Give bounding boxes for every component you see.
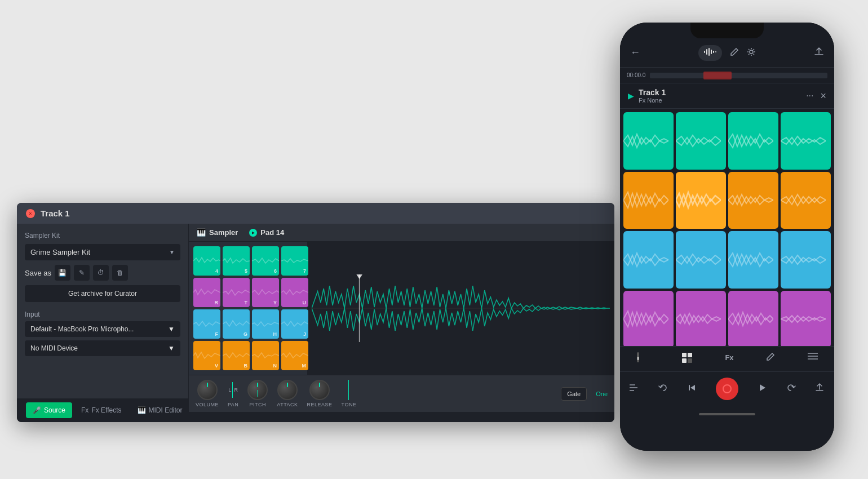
pad-J[interactable]: J	[281, 309, 308, 339]
delete-icon-button[interactable]: 🗑	[112, 265, 128, 281]
pad-N[interactable]: N	[252, 341, 279, 370]
tab-source[interactable]: 🎤 Source	[26, 402, 72, 418]
phone-pad-teal-3[interactable]	[728, 112, 778, 170]
phone-pad-teal-4[interactable]	[781, 112, 831, 170]
pitch-knob[interactable]	[247, 380, 268, 400]
attack-knob[interactable]	[277, 380, 298, 400]
phone-pad-grid	[620, 109, 834, 351]
gate-button[interactable]: Gate	[561, 387, 587, 401]
phone-pad-orange-3[interactable]	[728, 172, 778, 229]
sampler-header: 🎹 Sampler ▶ Pad 14	[189, 224, 614, 242]
archive-button[interactable]: Get archive for Curator	[25, 285, 180, 302]
pad-B[interactable]: B	[223, 341, 250, 370]
svg-rect-14	[688, 353, 692, 357]
phone-pad-orange-1[interactable]	[623, 172, 674, 229]
save-as-label: Save as	[25, 269, 51, 277]
piano-icon: 🎹	[138, 406, 146, 414]
save-icon-button[interactable]: 💾	[55, 265, 70, 281]
tab-fx-effects[interactable]: Fx Fx Effects	[74, 402, 128, 418]
phone-toolbar-icons	[698, 45, 756, 61]
phone-nav-mix-icon[interactable]	[636, 352, 649, 366]
phone-pad-blue-3[interactable]	[728, 231, 778, 289]
tone-line	[348, 380, 349, 400]
phone-nav-pen2-icon[interactable]	[766, 352, 775, 366]
pad-R[interactable]: R	[193, 278, 220, 307]
pad-label: H	[273, 331, 277, 337]
phone-pad-purple-4[interactable]	[781, 291, 831, 348]
pad-4[interactable]: 4	[193, 246, 220, 276]
transport-undo-button[interactable]	[658, 383, 668, 395]
pad-M[interactable]: M	[281, 341, 308, 370]
phone-pad-blue-2[interactable]	[676, 231, 726, 289]
pad-label: 5	[245, 268, 247, 274]
midi-device-dropdown[interactable]: No MIDI Device ▼	[25, 340, 180, 356]
pad-label: 4	[215, 268, 218, 274]
svg-rect-13	[682, 353, 687, 357]
pan-knob-group: L R PAN	[228, 380, 238, 407]
timeline-bar[interactable]	[650, 73, 827, 78]
phone-home-bar	[620, 406, 834, 423]
history-icon-button[interactable]: ⏱	[93, 265, 109, 281]
pad-G[interactable]: G	[223, 309, 250, 339]
phone-pad-purple-1[interactable]	[623, 291, 674, 348]
pad-6[interactable]: 6	[252, 246, 279, 276]
svg-rect-6	[708, 48, 710, 56]
phone-waveform-icon[interactable]	[698, 45, 722, 61]
phone-pad-purple-2[interactable]	[676, 291, 726, 348]
pad-H[interactable]: H	[252, 309, 279, 339]
pad-Y[interactable]: Y	[252, 278, 279, 307]
phone-pad-teal-2[interactable]	[676, 112, 726, 170]
phone-track-header: ▶ Track 1 Fx None ··· ×	[620, 83, 834, 109]
transport-menu-icon[interactable]	[630, 384, 640, 394]
input-section: Input Default - MacBook Pro Micropho... …	[25, 309, 180, 356]
close-button[interactable]: ×	[26, 209, 35, 218]
phone-close-track-button[interactable]: ×	[820, 90, 826, 102]
phone-nav-fx-icon[interactable]: Fx	[725, 352, 733, 366]
pad-F[interactable]: F	[193, 309, 220, 339]
phone-track-actions: ··· ×	[806, 90, 826, 102]
input-device-dropdown[interactable]: Default - MacBook Pro Micropho... ▼	[25, 321, 180, 337]
pad-7[interactable]: 7	[281, 246, 308, 276]
phone-pad-purple-3[interactable]	[728, 291, 778, 348]
phone-more-button[interactable]: ···	[806, 91, 813, 101]
dropdown-arrow-icon: ▼	[169, 249, 175, 255]
one-label: One	[596, 391, 608, 397]
release-knob[interactable]	[309, 380, 330, 400]
phone-settings-icon[interactable]	[747, 47, 756, 59]
phone-back-button[interactable]: ←	[630, 47, 640, 59]
phone-upload-icon[interactable]	[814, 47, 824, 59]
svg-point-10	[750, 50, 753, 54]
transport-redo-button[interactable]	[786, 383, 796, 395]
phone-pad-teal-1[interactable]	[623, 112, 674, 170]
sampler-icon: 🎹	[197, 228, 206, 237]
svg-rect-7	[711, 50, 712, 54]
phone-nav-icons: Fx	[620, 347, 834, 372]
phone-nav-grid-icon[interactable]	[681, 352, 693, 366]
phone-pad-orange-2[interactable]	[676, 172, 726, 229]
volume-knob[interactable]	[197, 380, 218, 400]
svg-marker-25	[760, 384, 765, 391]
transport-back-button[interactable]	[687, 383, 697, 395]
microphone-icon: 🎤	[33, 406, 41, 414]
transport-play-button[interactable]	[757, 383, 767, 395]
tab-midi-editor[interactable]: 🎹 MIDI Editor	[131, 402, 189, 418]
pad-T[interactable]: T	[223, 278, 250, 307]
transport-record-button[interactable]	[716, 378, 738, 400]
phone-nav-list-icon[interactable]	[808, 352, 818, 366]
phone-pad-blue-1[interactable]	[623, 231, 674, 289]
transport-share-button[interactable]	[814, 383, 825, 395]
pad-V[interactable]: V	[193, 341, 220, 370]
kit-select-dropdown[interactable]: Grime Sampler Kit ▼	[25, 244, 180, 260]
phone-pad-orange-4[interactable]	[781, 172, 831, 229]
phone-pad-blue-4[interactable]	[781, 231, 831, 289]
pad-5[interactable]: 5	[223, 246, 250, 276]
svg-rect-8	[713, 51, 714, 53]
svg-rect-16	[688, 358, 692, 363]
phone-transport	[620, 372, 834, 406]
phone-pen-icon[interactable]	[730, 47, 739, 59]
pad-U[interactable]: U	[281, 278, 308, 307]
waveform-svg	[312, 274, 610, 342]
edit-icon-button[interactable]: ✎	[74, 265, 90, 281]
svg-marker-23	[690, 385, 695, 391]
timeline-time: 00:00.0	[627, 72, 645, 78]
